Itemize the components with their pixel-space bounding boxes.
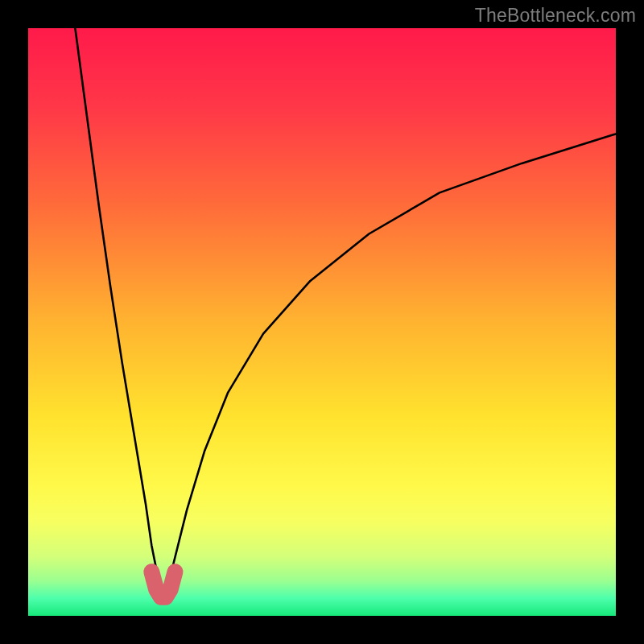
curve-left-branch bbox=[75, 28, 163, 598]
chart-frame: TheBottleneck.com bbox=[0, 0, 644, 644]
watermark-text: TheBottleneck.com bbox=[475, 5, 636, 27]
minimum-marker bbox=[151, 572, 175, 597]
bottleneck-curve bbox=[28, 28, 616, 616]
plot-area bbox=[28, 28, 616, 616]
curve-right-branch bbox=[163, 134, 616, 598]
